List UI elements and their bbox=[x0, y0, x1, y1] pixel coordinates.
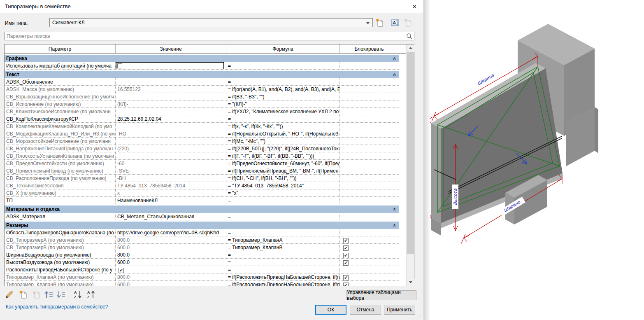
close-icon[interactable]: ✕ bbox=[410, 2, 419, 11]
manage-lookup-tables-button[interactable]: Управление таблицами выбора bbox=[346, 290, 416, 300]
section-row[interactable]: Размеры» bbox=[5, 222, 399, 229]
table-scrollbar[interactable] bbox=[406, 44, 414, 286]
value-cell[interactable]: 800.0 bbox=[116, 236, 226, 243]
value-cell[interactable]: ТУ 4854–013–78559458–2014 bbox=[116, 182, 226, 189]
formula-cell[interactable]: = if(РасположитьПриводНаБольшейСтороне, … bbox=[226, 281, 340, 286]
column-header-lock[interactable]: Блокировать bbox=[340, 44, 398, 53]
section-row[interactable]: Материалы и отделка» bbox=[5, 206, 399, 213]
delete-parameter-button[interactable]: ✕ bbox=[31, 289, 42, 300]
formula-cell[interactable]: = if(ВЗ, "-ВЗ", "") bbox=[226, 93, 340, 100]
value-cell[interactable]: НаименованиеКЛ bbox=[116, 197, 226, 204]
formula-cell[interactable]: = bbox=[226, 115, 340, 122]
formula-cell[interactable]: = bbox=[226, 266, 340, 273]
formula-cell[interactable]: = "ТУ 4854–013–78559458–2014" bbox=[226, 182, 340, 189]
formula-cell[interactable]: = bbox=[226, 197, 340, 204]
formula-cell[interactable]: = Типоразмер_КлапанА bbox=[226, 236, 340, 243]
help-link[interactable]: Как управлять типоразмерами в семействе? bbox=[6, 304, 109, 310]
lock-checkbox[interactable]: ✔ bbox=[343, 245, 349, 251]
formula-cell[interactable]: = bbox=[226, 62, 340, 69]
value-cell[interactable]: -НО- bbox=[116, 130, 226, 137]
scroll-up-icon[interactable] bbox=[407, 44, 414, 51]
value-cell[interactable] bbox=[116, 152, 226, 159]
value-cell[interactable]: 600.0 bbox=[116, 244, 226, 251]
formula-cell[interactable]: = if(ПрименяемыйПривод_ВМ, "-ВМ-", if(Пр… bbox=[226, 167, 340, 174]
move-parameter-down-button[interactable] bbox=[56, 289, 67, 300]
value-cell[interactable] bbox=[116, 123, 226, 130]
ok-button[interactable]: ОК bbox=[315, 305, 346, 315]
value-checkbox[interactable]: ✔ bbox=[119, 268, 124, 273]
formula-cell[interactable]: = bbox=[226, 259, 340, 266]
type-name-dropdown[interactable]: Сигмавент-КЛ bbox=[49, 18, 373, 27]
apply-button[interactable]: Применить bbox=[384, 305, 415, 315]
dimension-label-height-inner[interactable]: Высота bbox=[453, 188, 458, 205]
section-row[interactable]: Графика» bbox=[5, 55, 399, 62]
value-cell[interactable]: -60 bbox=[116, 160, 226, 167]
dialog-titlebar[interactable]: Типоразмеры в семействе ✕ bbox=[0, 0, 423, 13]
delete-type-button[interactable]: ✱ bbox=[403, 18, 413, 28]
formula-cell[interactable]: = Типоразмер_КлапанВ bbox=[226, 244, 340, 251]
value-cell[interactable]: (220) bbox=[116, 145, 226, 152]
collapse-chevron-icon[interactable]: » bbox=[391, 73, 397, 76]
lock-checkbox[interactable]: ✔ bbox=[343, 238, 349, 243]
column-header-parameter[interactable]: Параметр bbox=[5, 44, 116, 53]
section-row[interactable]: Текст» bbox=[5, 71, 399, 78]
cancel-button[interactable]: Отмена bbox=[350, 305, 381, 315]
formula-cell[interactable]: = if(Г, "-Г", if(ВГ, "-ВГ", if(ВВ, "-ВВ"… bbox=[226, 152, 340, 159]
value-cell[interactable]: x bbox=[116, 189, 226, 196]
scroll-down-icon[interactable] bbox=[407, 279, 414, 286]
lock-checkbox[interactable]: ✔ bbox=[343, 260, 349, 266]
rename-type-button[interactable]: A bbox=[390, 18, 400, 28]
value-cell[interactable]: 600.0 bbox=[116, 281, 226, 286]
search-icon[interactable] bbox=[406, 33, 413, 40]
formula-cell[interactable]: = bbox=[226, 213, 340, 220]
lock-checkbox[interactable]: ✔ bbox=[343, 283, 349, 286]
formula-cell[interactable]: = if(СН, "-СН", if(ВН, "-ВН", "")) bbox=[226, 175, 340, 182]
value-cell[interactable] bbox=[116, 138, 226, 145]
formula-cell[interactable]: = bbox=[226, 251, 340, 258]
value-cell[interactable]: СВ_Металл_СтальОцинкованная bbox=[116, 213, 226, 220]
value-cell[interactable] bbox=[116, 62, 226, 69]
value-cell[interactable]: (КЛ)- bbox=[116, 100, 226, 107]
value-checkbox[interactable] bbox=[117, 63, 122, 68]
collapse-chevron-icon[interactable]: » bbox=[391, 224, 397, 227]
value-cell[interactable]: 800.0 bbox=[116, 251, 226, 258]
collapse-chevron-icon[interactable]: » bbox=[391, 208, 397, 211]
value-cell[interactable] bbox=[116, 108, 226, 115]
value-edit-box[interactable] bbox=[116, 62, 224, 69]
resize-grip[interactable]: ⋰ bbox=[417, 314, 421, 319]
edit-parameter-button[interactable] bbox=[4, 289, 15, 300]
value-cell[interactable]: -ВН bbox=[116, 175, 226, 182]
dimension-label-width-top[interactable]: Ширина bbox=[477, 72, 495, 86]
formula-cell[interactable]: = if(ПределОгнестойкости_60минут, "-60",… bbox=[226, 160, 340, 167]
formula-cell[interactable]: = if(or(and(A, B1), and(A, B2), and(A, B… bbox=[226, 86, 340, 93]
value-cell[interactable]: 28.25.12.69.2.02.04 bbox=[116, 115, 226, 122]
formula-cell[interactable]: = "(КЛ)-" bbox=[226, 100, 340, 107]
formula-cell[interactable]: = if(к, "-к", if(Кк, "-Кк", "")) bbox=[226, 123, 340, 130]
column-header-value[interactable]: Значение bbox=[116, 44, 226, 53]
sort-ascending-button[interactable]: A Z bbox=[72, 289, 83, 300]
search-input[interactable] bbox=[5, 32, 405, 40]
value-cell[interactable]: 600.0 bbox=[116, 259, 226, 266]
formula-cell[interactable]: = "x" bbox=[226, 189, 340, 196]
formula-cell[interactable]: = bbox=[226, 78, 340, 85]
new-type-button[interactable]: ✱ bbox=[375, 18, 385, 28]
formula-cell[interactable]: = if(УХЛ2, "Климатическое исполнение УХЛ… bbox=[226, 108, 340, 115]
column-header-formula[interactable]: Формула bbox=[226, 44, 340, 53]
formula-cell[interactable]: = if(НормальноОткрытый, "-НО-", if(Норма… bbox=[226, 130, 340, 137]
move-parameter-up-button[interactable] bbox=[44, 289, 54, 300]
value-cell[interactable] bbox=[116, 78, 226, 85]
collapse-chevron-icon[interactable]: » bbox=[391, 57, 397, 60]
scrollbar-thumb[interactable] bbox=[407, 52, 414, 254]
lock-checkbox[interactable]: ✔ bbox=[343, 275, 349, 280]
new-parameter-button[interactable]: ✱ bbox=[18, 289, 29, 300]
value-cell[interactable]: https://drive.google.com/open?id=0B-s0qh… bbox=[116, 229, 226, 236]
formula-cell[interactable]: = if([220В_50Гц], "(220)", if([24В_Посто… bbox=[226, 145, 340, 152]
value-cell[interactable]: 800.0 bbox=[116, 273, 226, 280]
value-cell[interactable] bbox=[116, 93, 226, 100]
formula-cell[interactable]: = if(РасположитьПриводНаБольшейСтороне, … bbox=[226, 273, 340, 280]
formula-cell[interactable]: = bbox=[226, 229, 340, 236]
value-cell[interactable]: -SVE- bbox=[116, 167, 226, 174]
value-cell[interactable]: 16.555123 bbox=[116, 86, 226, 93]
lock-checkbox[interactable]: ✔ bbox=[343, 253, 349, 258]
formula-cell[interactable]: = if(Мс, "-Мс", "") bbox=[226, 138, 340, 145]
